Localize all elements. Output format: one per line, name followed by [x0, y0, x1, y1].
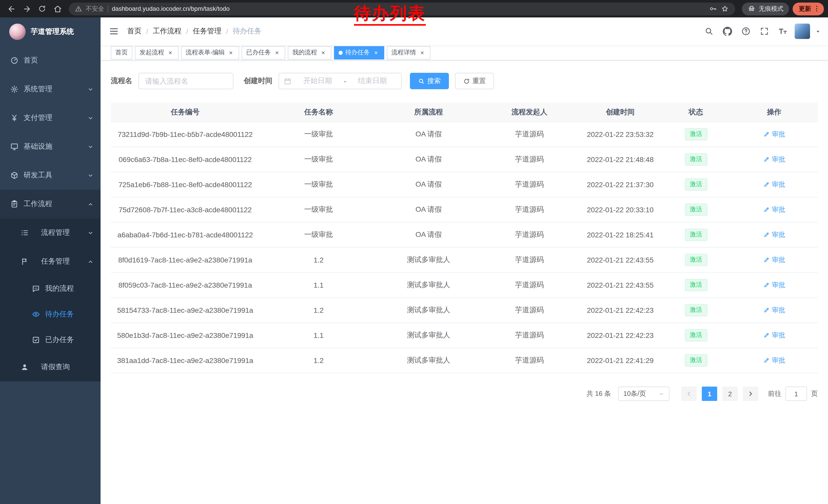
end-date-placeholder: 结束日期 [348, 77, 397, 86]
approve-link-label: 审批 [772, 155, 785, 164]
reload-icon[interactable] [35, 2, 49, 16]
tab-todo-task[interactable]: 待办任务 × [334, 46, 384, 59]
sidebar-item-label: 待办任务 [45, 310, 93, 319]
approve-link[interactable]: 审批 [763, 306, 785, 315]
sidebar-item-infra[interactable]: 基础设施 [0, 132, 100, 161]
sidebar-item-done-task[interactable]: 已办任务 [0, 327, 100, 353]
tab-done-task[interactable]: 已办任务 × [242, 46, 285, 59]
approve-link[interactable]: 审批 [763, 205, 785, 214]
back-icon[interactable] [4, 2, 18, 16]
warning-icon [75, 5, 82, 12]
pagination-goto: 前往 页 [768, 386, 818, 401]
approve-link[interactable]: 审批 [763, 180, 785, 189]
sidebar-item-label: 基础设施 [24, 142, 83, 151]
goto-label: 前往 [768, 389, 781, 398]
next-page-button[interactable] [743, 386, 758, 401]
menu-dots-icon[interactable] [813, 5, 821, 13]
close-icon[interactable]: × [167, 49, 174, 56]
breadcrumb-workflow[interactable]: 工作流程 [153, 27, 181, 36]
sidebar-item-todo-task[interactable]: 待办任务 [0, 302, 100, 327]
cell-actions: 审批 [731, 356, 818, 365]
chevron-down-icon [659, 391, 664, 397]
reset-button[interactable]: 重置 [455, 73, 494, 89]
security-label: 不安全 [86, 4, 104, 13]
app-title: 芋道管理系统 [31, 27, 74, 36]
cell-process: 测试多审批人 [378, 306, 480, 315]
forward-icon[interactable] [19, 2, 34, 16]
sidebar-item-label: 研发工具 [24, 171, 83, 180]
sidebar-item-label: 首页 [24, 56, 93, 65]
page-button-1[interactable]: 1 [702, 386, 717, 401]
sidebar-item-home[interactable]: 首页 [0, 46, 100, 75]
approve-link[interactable]: 审批 [763, 331, 785, 340]
tab-process-detail[interactable]: 流程详情 × [387, 46, 430, 59]
breadcrumb-separator: / [226, 27, 228, 35]
approve-link[interactable]: 审批 [763, 356, 785, 365]
sidebar-item-devtools[interactable]: 研发工具 [0, 161, 100, 190]
sidebar-item-my-process[interactable]: 我的流程 [0, 276, 100, 302]
cell-created: 2022-01-21 22:42:23 [579, 306, 661, 314]
goto-page-input[interactable] [785, 386, 807, 401]
caret-down-icon[interactable] [815, 29, 821, 34]
chat-icon [32, 284, 40, 293]
approve-link[interactable]: 审批 [763, 230, 785, 239]
sidebar-item-system[interactable]: 系统管理 [0, 75, 100, 103]
table-row: 381aa1dd-7ac8-11ec-a9e2-a2380e71991a 1.2… [111, 348, 818, 373]
sidebar-item-task-mgmt[interactable]: 任务管理 [0, 247, 100, 276]
breadcrumb-home[interactable]: 首页 [127, 27, 141, 36]
key-icon[interactable] [709, 5, 717, 13]
close-icon[interactable]: × [372, 49, 380, 56]
sidebar-item-label: 已办任务 [45, 335, 93, 345]
tab-label: 已办任务 [246, 48, 271, 57]
star-icon[interactable] [721, 5, 729, 13]
page-size-select[interactable]: 10条/页 [618, 386, 669, 401]
tab-my-process[interactable]: 我的流程 × [288, 46, 331, 59]
sidebar-item-payment[interactable]: 支付管理 [0, 103, 100, 132]
home-icon[interactable] [50, 2, 65, 16]
close-icon[interactable]: × [419, 49, 426, 56]
status-badge: 激活 [685, 329, 707, 341]
fullscreen-icon[interactable] [758, 25, 771, 38]
cube-icon [10, 171, 18, 179]
help-icon[interactable] [739, 25, 753, 38]
close-icon[interactable]: × [274, 49, 281, 56]
cell-actions: 审批 [731, 306, 818, 315]
user-avatar[interactable] [795, 24, 810, 39]
sidebar-item-workflow[interactable]: 工作流程 [0, 190, 100, 218]
page-button-2[interactable]: 2 [722, 386, 738, 401]
approve-link[interactable]: 审批 [763, 280, 785, 290]
search-icon[interactable] [702, 25, 716, 38]
close-icon[interactable]: × [320, 49, 327, 56]
prev-page-button[interactable] [681, 386, 697, 401]
filter-form: 流程名 创建时间 开始日期 - 结束日期 搜索 [111, 73, 818, 89]
approve-link[interactable]: 审批 [763, 155, 785, 164]
tab-label: 首页 [115, 48, 128, 57]
approve-link[interactable]: 审批 [763, 130, 785, 139]
sidebar-item-leave-query[interactable]: 请假查询 [0, 353, 100, 381]
date-range-picker[interactable]: 开始日期 - 结束日期 [279, 73, 402, 89]
breadcrumb-task-mgmt[interactable]: 任务管理 [193, 27, 222, 36]
tab-home[interactable]: 首页 [111, 46, 132, 59]
cell-initiator: 芋道源码 [480, 205, 579, 214]
process-name-input[interactable] [138, 73, 234, 89]
search-button[interactable]: 搜索 [410, 73, 449, 89]
cell-actions: 审批 [731, 130, 818, 139]
chevron-down-icon [88, 115, 93, 121]
github-icon[interactable] [721, 25, 734, 38]
hamburger-icon[interactable] [109, 26, 119, 36]
font-size-icon[interactable] [776, 25, 790, 38]
tab-start-process[interactable]: 发起流程 × [135, 46, 178, 59]
app-logo[interactable]: 芋道管理系统 [0, 17, 100, 46]
approve-link[interactable]: 审批 [763, 255, 785, 265]
cell-created: 2022-01-21 22:41:29 [579, 356, 661, 365]
sidebar-item-process-mgmt[interactable]: 流程管理 [0, 218, 100, 247]
sidebar-item-label: 任务管理 [41, 257, 83, 266]
tab-form-edit[interactable]: 流程表单-编辑 × [181, 46, 239, 59]
close-icon[interactable]: × [227, 49, 235, 56]
cell-created: 2022-01-22 21:48:48 [579, 155, 661, 164]
cell-task-id: 580e1b3d-7ac8-11ec-a9e2-a2380e71991a [111, 331, 259, 339]
update-button[interactable]: 更新 [793, 2, 824, 15]
breadcrumb-current: 待办任务 [233, 27, 261, 36]
create-time-label: 创建时间 [244, 77, 273, 86]
cell-task-name: 1.2 [259, 256, 378, 264]
